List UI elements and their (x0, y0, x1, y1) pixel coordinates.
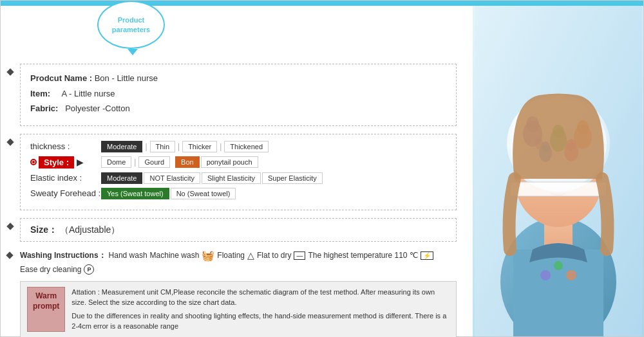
flat-icon: — (294, 251, 305, 260)
thickness-moderate[interactable]: Moderate (101, 141, 142, 152)
elastic-moderate[interactable]: Moderate (101, 172, 142, 184)
style-label: Style : (39, 156, 74, 168)
item-value: A - Little nurse (61, 89, 115, 98)
style-gourd[interactable]: Gourd (138, 156, 170, 168)
elastic-slight[interactable]: Slight Elasticity (202, 172, 261, 184)
washing-label: Washing Instructions： (20, 250, 106, 261)
washing-machinewash: Machine wash (150, 251, 200, 260)
elastic-row: Elastic index : Moderate NOT Elasticity … (30, 172, 446, 184)
top-bar (1, 1, 643, 6)
style-options: Dome | Gourd Bon ponytail pouch (101, 156, 258, 168)
dry-icon: △ (247, 250, 254, 260)
product-name-value: Bon - Little nurse (95, 73, 158, 83)
params-title: Product parameters (112, 15, 150, 34)
thickness-label: thickness : (30, 141, 101, 151)
product-info-section: Prodcut Name : Bon - Little nurse Item: … (20, 64, 457, 126)
sweaty-yes[interactable]: Yes (Sweat towel) (101, 188, 169, 199)
product-name-line: Prodcut Name : Bon - Little nurse (30, 72, 446, 85)
fabric-label: Fabric: (30, 104, 58, 113)
params-bubble: Product parameters (97, 1, 165, 49)
warning-section: Warm prompt Attation : Measurement unit … (20, 281, 457, 338)
sweaty-no[interactable]: No (Sweat towel) (171, 188, 236, 199)
item-line: Item: A - Little nurse (30, 87, 446, 100)
svg-rect-27 (510, 182, 607, 196)
elastic-label: Elastic index : (30, 173, 101, 183)
main-container: Product parameters (0, 0, 644, 337)
content-area: Prodcut Name : Bon - Little nurse Item: … (1, 6, 469, 336)
bubble-arrow (128, 49, 138, 55)
product-svg (475, 6, 642, 336)
thickness-thickened[interactable]: Thickened (224, 141, 269, 152)
wash-icon: 🧺 (202, 250, 214, 262)
thickness-thicker[interactable]: Thicker (182, 141, 217, 152)
thickness-thin[interactable]: Thin (150, 141, 175, 152)
washing-temp: The highest temperature 110 ℃ (308, 251, 417, 260)
warm-prompt-label: Warm prompt (33, 291, 59, 311)
washing-handwash: Hand wash (109, 251, 147, 260)
fabric-value: Polyester -Cotton (65, 104, 129, 113)
svg-point-29 (540, 270, 551, 280)
fabric-line: Fabric: Polyester -Cotton (30, 102, 446, 115)
elastic-options: Moderate NOT Elasticity Slight Elasticit… (101, 172, 323, 184)
diamond-bullet-1 (6, 68, 14, 75)
washing-flat: Flat to dry (257, 251, 291, 260)
style-ponytail[interactable]: ponytail pouch (201, 156, 258, 168)
sweaty-label: Sweaty Forehead : (30, 188, 101, 198)
temp-icon: ⚡ (421, 251, 433, 260)
diamond-bullet-2 (6, 138, 14, 145)
diamond-bullet-3 (6, 223, 14, 230)
thickness-options: Moderate | Thin | Thicker | Thickened (101, 141, 269, 152)
item-label: Item: (30, 89, 50, 98)
style-arrow: ▶ (77, 157, 84, 167)
washing-dry: Ease dry cleaning (20, 265, 81, 274)
style-dome[interactable]: Dome (101, 156, 131, 168)
sweaty-options: Yes (Sweat towel) No (Sweat towel) (101, 188, 236, 199)
warning-text-1: Attation : Measurement unit CM,Please re… (71, 287, 450, 308)
product-image (473, 6, 643, 336)
washing-floating: Floating (217, 251, 245, 260)
elastic-not[interactable]: NOT Elasticity (144, 172, 200, 184)
thickness-row: thickness : Moderate | Thin | Thicker | … (30, 141, 446, 152)
dry-clean-icon: P (84, 264, 94, 275)
diamond-bullet-4 (6, 251, 13, 259)
product-name-label: Prodcut Name : (30, 73, 92, 83)
elastic-super[interactable]: Super Elasticity (262, 172, 323, 184)
svg-point-30 (554, 261, 563, 270)
attributes-section: thickness : Moderate | Thin | Thicker | … (20, 134, 457, 210)
style-radio (30, 159, 37, 165)
style-row: Style : ▶ Dome | Gourd Bon ponytail pouc… (30, 156, 446, 168)
warning-text: Attation : Measurement unit CM,Please re… (71, 287, 450, 332)
svg-point-31 (566, 270, 576, 280)
size-section: Size： （Adjustable） (20, 218, 457, 242)
washing-section: Washing Instructions： Hand wash Machine … (20, 250, 457, 275)
warning-text-2: Due to the differences in reality and sh… (71, 311, 450, 332)
sweaty-row: Sweaty Forehead : Yes (Sweat towel) No (… (30, 188, 446, 199)
style-bon[interactable]: Bon (175, 156, 200, 168)
warm-prompt-box: Warm prompt (27, 287, 65, 332)
size-label: Size： （Adjustable） (30, 224, 120, 235)
